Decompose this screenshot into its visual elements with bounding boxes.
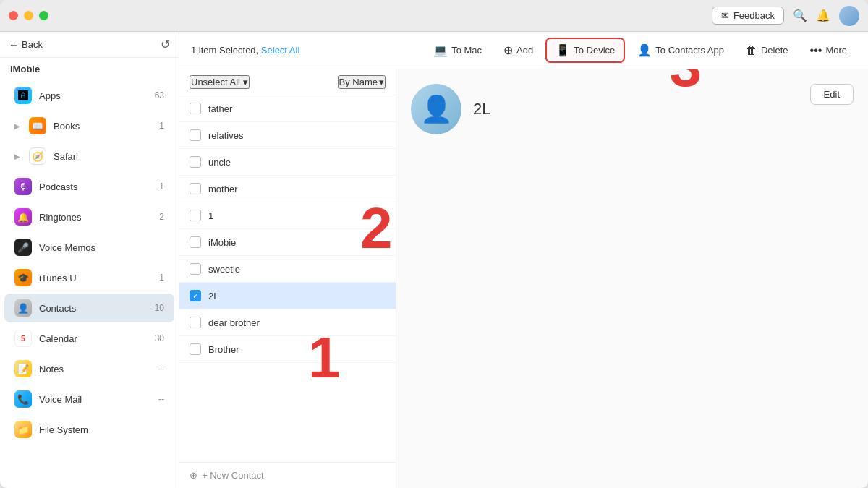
notes-icon: 📝 (14, 360, 32, 377)
by-name-button[interactable]: By Name ▾ (338, 75, 386, 89)
apps-label: Apps (39, 90, 148, 101)
to-device-button[interactable]: 📱 To Device (545, 38, 625, 63)
books-icon: 📖 (29, 117, 46, 134)
contact-display-name: 2L (473, 100, 490, 119)
list-item[interactable]: Brother (179, 336, 396, 363)
checkbox-mother[interactable] (190, 183, 201, 194)
more-icon: ••• (810, 44, 822, 57)
podcasts-label: Podcasts (39, 181, 152, 192)
close-button[interactable] (9, 11, 18, 20)
sidebar-item-calendar[interactable]: 5 Calendar 30 (4, 324, 174, 353)
add-button[interactable]: ⊕ Add (494, 38, 542, 62)
voicemail-label: Voice Mail (39, 394, 151, 405)
calendar-count: 30 (155, 333, 164, 343)
itunesu-label: iTunes U (39, 273, 152, 283)
sidebar-item-contacts[interactable]: 👤 Contacts 10 (4, 294, 174, 322)
to-device-icon: 📱 (556, 43, 570, 57)
detail-panel: 👤 2L Edit (396, 69, 868, 488)
sidebar-item-notes[interactable]: 📝 Notes -- (4, 354, 174, 383)
checkbox-father[interactable] (190, 103, 201, 114)
checkbox-2L[interactable]: ✓ (190, 290, 201, 301)
list-item[interactable]: relatives (179, 122, 396, 149)
feedback-button[interactable]: ✉ Feedback (712, 7, 784, 25)
new-contact-button[interactable]: ⊕ + New Contact (179, 462, 396, 488)
apps-count: 63 (155, 90, 164, 100)
trash-icon: 🗑 (746, 44, 757, 57)
list-item[interactable]: 1 (179, 202, 396, 229)
minimize-button[interactable] (24, 11, 33, 20)
contacts-app-icon: 👤 (637, 43, 652, 57)
content-area: 1 item Selected, Select All 💻 To Mac ⊕ A… (179, 32, 868, 488)
checkbox-imobie[interactable] (190, 236, 201, 248)
voicemail-icon: 📞 (14, 390, 32, 408)
sidebar-item-podcasts[interactable]: 🎙 Podcasts 1 (4, 172, 174, 201)
contact-name-uncle: uncle (208, 157, 231, 168)
list-item[interactable]: iMobie (179, 229, 396, 256)
contacts-icon: 👤 (14, 299, 32, 317)
detail-header: 👤 2L Edit (411, 84, 854, 134)
sidebar-item-filesystem[interactable]: 📁 File System (4, 415, 174, 444)
to-device-label: To Device (574, 45, 615, 56)
notes-count: -- (158, 364, 164, 374)
sidebar-item-voicememos[interactable]: 🎤 Voice Memos (4, 233, 174, 262)
sidebar-item-apps[interactable]: 🅰 Apps 63 (4, 81, 174, 110)
to-contacts-app-button[interactable]: 👤 To Contacts App (628, 38, 733, 62)
calendar-label: Calendar (39, 333, 148, 344)
sidebar-item-ringtones[interactable]: 🔔 Ringtones 2 (4, 202, 174, 231)
refresh-icon[interactable]: ↺ (161, 38, 170, 51)
list-item[interactable]: mother (179, 176, 396, 202)
checkbox-sweetie[interactable] (190, 263, 201, 275)
panels: Unselect All ▾ By Name ▾ father (179, 69, 868, 488)
more-button[interactable]: ••• More (801, 39, 856, 62)
ringtones-count: 2 (159, 212, 164, 222)
avatar[interactable] (839, 6, 859, 26)
list-panel: Unselect All ▾ By Name ▾ father (179, 69, 396, 488)
select-all-link[interactable]: Select All (261, 45, 299, 56)
unselect-all-button[interactable]: Unselect All ▾ (190, 75, 250, 89)
plus-icon: ⊕ (190, 470, 197, 481)
contact-name-imobie: iMobie (208, 237, 236, 248)
selection-info: 1 item Selected, Select All (191, 45, 299, 56)
safari-expand-icon: ▶ (14, 153, 20, 160)
checkbox-dear-brother[interactable] (190, 317, 201, 328)
list-item[interactable]: dear brother (179, 309, 396, 336)
sidebar-item-voicemail[interactable]: 📞 Voice Mail -- (4, 385, 174, 414)
contacts-count: 10 (155, 303, 164, 313)
unselect-all-label: Unselect All (191, 77, 240, 87)
checkbox-1[interactable] (190, 210, 201, 221)
edit-button[interactable]: Edit (810, 84, 854, 105)
delete-label: Delete (761, 45, 788, 56)
to-mac-button[interactable]: 💻 To Mac (424, 38, 491, 62)
titlebar-right: ✉ Feedback 🔍 🔔 (712, 6, 859, 26)
checkbox-uncle[interactable] (190, 156, 201, 168)
back-button[interactable]: ← Back (9, 39, 43, 51)
contact-name-father: father (208, 103, 232, 114)
sidebar-item-itunesu[interactable]: 🎓 iTunes U 1 (4, 263, 174, 292)
sidebar-item-books[interactable]: ▶ 📖 Books 1 (4, 111, 174, 140)
list-item[interactable]: father (179, 95, 396, 122)
titlebar: ✉ Feedback 🔍 🔔 (0, 0, 868, 32)
podcasts-icon: 🎙 (14, 178, 32, 195)
list-item[interactable]: sweetie (179, 256, 396, 283)
contact-name-brother: Brother (208, 344, 239, 355)
sidebar-item-safari[interactable]: ▶ 🧭 Safari (4, 142, 174, 171)
contact-name-relatives: relatives (208, 130, 243, 141)
contact-name-dear-brother: dear brother (208, 317, 260, 328)
apps-icon: 🅰 (14, 87, 32, 104)
checkbox-brother[interactable] (190, 343, 201, 355)
podcasts-count: 1 (159, 181, 164, 192)
list-item[interactable]: uncle (179, 149, 396, 176)
checkbox-relatives[interactable] (190, 129, 201, 141)
unselect-all-arrow: ▾ (243, 77, 248, 87)
detail-header-left: 👤 2L (411, 84, 490, 134)
delete-button[interactable]: 🗑 Delete (736, 39, 798, 62)
new-contact-label: + New Contact (202, 470, 264, 481)
voicemail-count: -- (158, 394, 164, 404)
list-item-selected[interactable]: ✓ 2L (179, 283, 396, 309)
voicememos-label: Voice Memos (39, 242, 157, 253)
maximize-button[interactable] (39, 11, 48, 20)
books-count: 1 (159, 121, 164, 131)
safari-label: Safari (54, 151, 157, 162)
bell-icon[interactable]: 🔔 (816, 9, 830, 22)
search-icon[interactable]: 🔍 (793, 9, 807, 22)
